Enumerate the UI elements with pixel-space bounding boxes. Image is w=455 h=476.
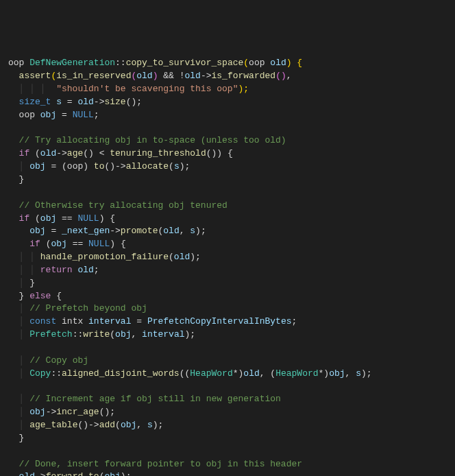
code-line: // Try allocating obj in to-space (unles… xyxy=(8,135,286,145)
code-line: if (obj == NULL) { xyxy=(8,213,115,224)
code-line: │ Copy::aligned_disjoint_words((HeapWord… xyxy=(8,368,372,379)
code-line: } xyxy=(8,174,24,185)
code-line: │ │ return old; xyxy=(8,265,99,275)
code-line: │ │ handle_promotion_failure(old); xyxy=(8,252,201,262)
code-line: │ │ │ "shouldn't be scavenging this oop"… xyxy=(8,84,249,94)
code-line: assert(is_in_reserved(old) && !old->is_f… xyxy=(8,71,292,81)
code-line: │ // Prefetch beyond obj xyxy=(8,303,147,313)
code-line: // Done, insert forward pointer to obj i… xyxy=(8,459,302,469)
code-line: if (obj == NULL) { xyxy=(8,239,126,249)
code-line: oop DefNewGeneration::copy_to_survivor_s… xyxy=(8,58,302,68)
code-line: obj = _next_gen->promote(old, s); xyxy=(8,226,206,236)
code-line: │ // Increment age if obj still in new g… xyxy=(8,394,281,404)
code-line: │ age_table()->add(obj, s); xyxy=(8,420,163,430)
code-line: │ Prefetch::write(obj, interval); xyxy=(8,329,195,340)
code-line: // Otherwise try allocating obj tenured xyxy=(8,200,228,211)
code-line: │ obj->incr_age(); xyxy=(8,407,115,417)
code-line: size_t s = old->size(); xyxy=(8,97,142,107)
code-line: │ // Copy obj xyxy=(8,355,88,366)
code-editor[interactable]: oop DefNewGeneration::copy_to_survivor_s… xyxy=(8,57,447,476)
code-line: │ const intx interval = PrefetchCopyInte… xyxy=(8,316,297,326)
code-line: │ obj = (oop) to()->allocate(s); xyxy=(8,161,190,171)
code-line: } else { xyxy=(8,291,62,301)
code-line: if (old->age() < tenuring_threshold()) { xyxy=(8,148,233,158)
code-line: │ } xyxy=(8,278,35,288)
code-line: old->forward_to(obj); xyxy=(8,471,131,476)
code-line: } xyxy=(8,433,24,443)
code-line: oop obj = NULL; xyxy=(8,110,99,120)
